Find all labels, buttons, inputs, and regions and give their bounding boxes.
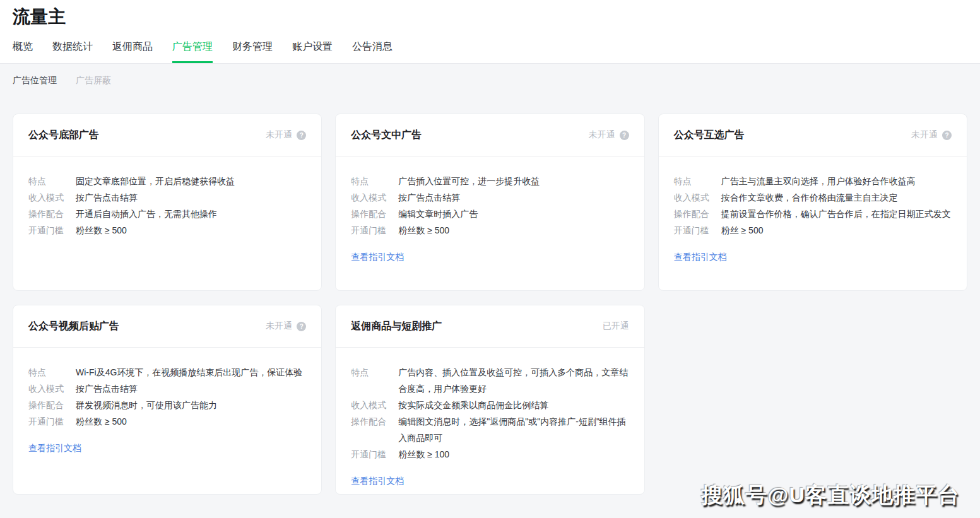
guide-doc-link[interactable]: 查看指引文档: [351, 250, 404, 263]
status-text: 未开通: [266, 321, 292, 332]
attribute-value: 编辑图文消息时，选择"返佣商品"或"内容推广-短剧"组件插入商品即可: [398, 413, 629, 446]
card-attribute-row: 操作配合编辑文章时插入广告: [351, 206, 629, 222]
card-title: 公众号文中广告: [351, 129, 422, 142]
card-attribute-row: 开通门槛粉丝数 ≥ 500: [351, 222, 629, 238]
help-question-icon[interactable]: ?: [297, 322, 306, 331]
card-status: 未开通?: [266, 321, 306, 332]
card-attribute-row: 特点广告主与流量主双向选择，用户体验好合作收益高: [674, 173, 952, 189]
card-status: 未开通?: [589, 129, 629, 141]
guide-doc-link[interactable]: 查看指引文档: [351, 474, 404, 487]
card-attribute-row: 操作配合提前设置合作价格，确认广告合作后，在指定日期正式发文: [674, 206, 952, 222]
attribute-label: 特点: [28, 364, 76, 380]
sub-tabs: 广告位管理广告屏蔽: [13, 74, 967, 86]
page-title: 流量主: [13, 5, 967, 29]
tab-ad-management[interactable]: 广告管理: [172, 40, 213, 63]
card-body: 特点固定文章底部位置，开启后稳健获得收益收入模式按广告点击结算操作配合开通后自动…: [13, 156, 321, 238]
attribute-value: 粉丝 ≥ 500: [721, 222, 952, 238]
card-attribute-row: 开通门槛粉丝数 ≥ 500: [28, 222, 306, 238]
traffic-master-page: 流量主 概览数据统计返佣商品广告管理财务管理账户设置公告消息 广告位管理广告屏蔽…: [0, 0, 980, 518]
attribute-label: 特点: [351, 364, 398, 397]
card-body: 特点广告主与流量主双向选择，用户体验好合作收益高收入模式按合作文章收费，合作价格…: [659, 156, 967, 263]
attribute-value: 编辑文章时插入广告: [398, 206, 629, 222]
card-attribute-row: 特点广告插入位置可控，进一步提升收益: [351, 173, 629, 189]
card-attribute-row: 操作配合编辑图文消息时，选择"返佣商品"或"内容推广-短剧"组件插入商品即可: [351, 413, 629, 446]
attribute-value: 按广告点击结算: [398, 189, 629, 206]
status-text: 已开通: [603, 321, 629, 332]
attribute-value: 提前设置合作价格，确认广告合作后，在指定日期正式发文: [721, 206, 952, 222]
attribute-label: 特点: [351, 173, 398, 189]
attribute-label: 操作配合: [28, 397, 76, 413]
card-attribute-row: 收入模式按广告点击结算: [28, 380, 306, 397]
card-mutual-selection-ad: 公众号互选广告未开通?特点广告主与流量主双向选择，用户体验好合作收益高收入模式按…: [658, 114, 967, 291]
attribute-value: 广告插入位置可控，进一步提升收益: [398, 173, 629, 189]
tab-account-settings[interactable]: 账户设置: [292, 40, 333, 63]
attribute-value: 广告主与流量主双向选择，用户体验好合作收益高: [721, 173, 952, 189]
card-body: 特点广告插入位置可控，进一步提升收益收入模式按广告点击结算操作配合编辑文章时插入…: [336, 156, 644, 263]
attribute-label: 收入模式: [28, 380, 76, 397]
ad-cards-grid: 公众号底部广告未开通?特点固定文章底部位置，开启后稳健获得收益收入模式按广告点击…: [13, 114, 967, 495]
card-header: 公众号视频后贴广告未开通?: [13, 305, 321, 348]
attribute-label: 开通门槛: [674, 222, 721, 238]
tab-overview[interactable]: 概览: [13, 40, 33, 63]
card-title: 公众号视频后贴广告: [28, 320, 119, 333]
attribute-label: 开通门槛: [28, 222, 76, 238]
card-status: 未开通?: [911, 129, 952, 141]
tab-rebate-goods[interactable]: 返佣商品: [112, 40, 153, 63]
tab-announcements[interactable]: 公告消息: [352, 40, 393, 63]
status-text: 未开通: [266, 129, 292, 141]
attribute-label: 收入模式: [674, 189, 721, 206]
attribute-value: 粉丝数 ≥ 500: [398, 222, 629, 238]
attribute-value: 按实际成交金额乘以商品佣金比例结算: [398, 397, 629, 413]
attribute-label: 收入模式: [351, 189, 398, 206]
page-header: 流量主 概览数据统计返佣商品广告管理财务管理账户设置公告消息: [0, 0, 980, 64]
subtab-ad-blocking[interactable]: 广告屏蔽: [76, 74, 111, 86]
guide-doc-link[interactable]: 查看指引文档: [28, 442, 81, 454]
attribute-value: 开通后自动插入广告，无需其他操作: [76, 206, 306, 222]
card-status: 未开通?: [266, 129, 306, 141]
card-header: 公众号互选广告未开通?: [659, 114, 967, 156]
card-title: 公众号互选广告: [674, 129, 745, 142]
attribute-label: 开通门槛: [351, 222, 398, 238]
status-text: 未开通: [911, 129, 938, 141]
attribute-value: 粉丝数 ≥ 500: [76, 413, 306, 430]
card-attribute-row: 开通门槛粉丝 ≥ 500: [674, 222, 952, 238]
card-attribute-row: 开通门槛粉丝数 ≥ 500: [28, 413, 306, 430]
card-body: 特点Wi-Fi及4G环境下，在视频播放结束后出现广告，保证体验收入模式按广告点击…: [13, 348, 321, 454]
attribute-label: 操作配合: [351, 206, 398, 222]
card-rebate-goods-short-drama: 返佣商品与短剧推广已开通特点广告内容、插入位置及收益可控，可插入多个商品，文章结…: [335, 305, 644, 495]
attribute-value: Wi-Fi及4G环境下，在视频播放结束后出现广告，保证体验: [76, 364, 306, 380]
card-title: 公众号底部广告: [28, 129, 99, 142]
attribute-label: 操作配合: [351, 413, 398, 446]
attribute-value: 广告内容、插入位置及收益可控，可插入多个商品，文章结合度高，用户体验更好: [398, 364, 629, 397]
help-question-icon[interactable]: ?: [297, 131, 306, 140]
card-attribute-row: 收入模式按合作文章收费，合作价格由流量主自主决定: [674, 189, 952, 206]
card-attribute-row: 收入模式按实际成交金额乘以商品佣金比例结算: [351, 397, 629, 413]
attribute-value: 粉丝数 ≥ 500: [76, 222, 306, 238]
subtab-ad-slot-management[interactable]: 广告位管理: [13, 74, 57, 86]
tab-data-stats[interactable]: 数据统计: [52, 40, 93, 63]
attribute-label: 操作配合: [674, 206, 721, 222]
main-tabs: 概览数据统计返佣商品广告管理财务管理账户设置公告消息: [13, 40, 967, 63]
attribute-value: 固定文章底部位置，开启后稳健获得收益: [76, 173, 306, 189]
help-question-icon[interactable]: ?: [620, 131, 629, 140]
card-attribute-row: 操作配合开通后自动插入广告，无需其他操作: [28, 206, 306, 222]
attribute-label: 收入模式: [28, 189, 76, 206]
card-attribute-row: 收入模式按广告点击结算: [351, 189, 629, 206]
card-header: 返佣商品与短剧推广已开通: [336, 305, 644, 348]
card-title: 返佣商品与短剧推广: [351, 320, 442, 333]
attribute-label: 收入模式: [351, 397, 398, 413]
card-in-article-ad: 公众号文中广告未开通?特点广告插入位置可控，进一步提升收益收入模式按广告点击结算…: [335, 114, 644, 291]
card-header: 公众号文中广告未开通?: [336, 114, 644, 156]
card-bottom-ad: 公众号底部广告未开通?特点固定文章底部位置，开启后稳健获得收益收入模式按广告点击…: [13, 114, 322, 291]
attribute-label: 开通门槛: [28, 413, 76, 430]
attribute-value: 按广告点击结算: [76, 380, 306, 397]
card-attribute-row: 特点Wi-Fi及4G环境下，在视频播放结束后出现广告，保证体验: [28, 364, 306, 380]
card-header: 公众号底部广告未开通?: [13, 114, 321, 156]
guide-doc-link[interactable]: 查看指引文档: [674, 250, 727, 263]
tab-finance[interactable]: 财务管理: [232, 40, 273, 63]
card-attribute-row: 特点固定文章底部位置，开启后稳健获得收益: [28, 173, 306, 189]
content-area: 广告位管理广告屏蔽 公众号底部广告未开通?特点固定文章底部位置，开启后稳健获得收…: [0, 64, 980, 518]
help-question-icon[interactable]: ?: [942, 131, 952, 140]
attribute-value: 按合作文章收费，合作价格由流量主自主决定: [721, 189, 952, 206]
attribute-label: 特点: [674, 173, 721, 189]
